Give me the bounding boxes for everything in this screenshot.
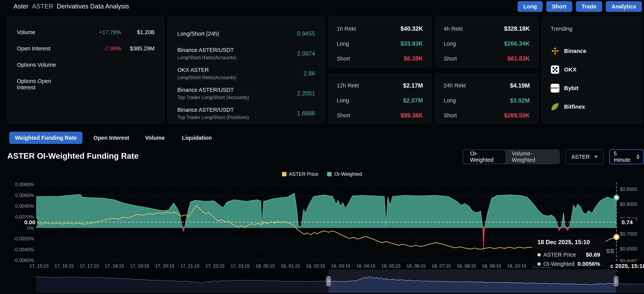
trending-title: Trending [551, 26, 633, 32]
toggle-volume-weighted[interactable]: Volume-Weighted [505, 150, 559, 163]
trending-item-bitfinex[interactable]: Bitfinex [551, 97, 633, 116]
trending-item-okx[interactable]: OKX [551, 60, 633, 79]
navigator-svg [36, 269, 644, 293]
stat-label: Volume [17, 29, 68, 36]
y-axis-label-left: -0.0020% [0, 236, 34, 241]
crosshair-left-badge: 0.00 [22, 218, 37, 226]
tooltip-timestamp: 18 Dec 2025, 15:10 [538, 239, 600, 246]
ratio-subtitle: Top Trader Long/Short (Positions) [177, 115, 297, 120]
long-button[interactable]: Long [518, 1, 542, 12]
ratio-title: OKX ASTER [177, 67, 304, 73]
ratio-value: 0.9455 [297, 30, 315, 37]
rekt-long-label: Long [337, 41, 400, 47]
page-title-coin: Aster [14, 3, 28, 10]
y-axis-label-left: 0.0040% [0, 203, 34, 209]
rekt-total: $40.32K [400, 25, 423, 32]
chart-legend: ASTER Price OI-Weighted [0, 171, 644, 177]
legend-label: ASTER Price [289, 171, 318, 177]
tab-weighted-funding-rate[interactable]: Weighted Funding Rate [9, 132, 82, 144]
y-axis-label-right: $0.6500 [620, 246, 644, 252]
tooltip-label: OI-Weighted [543, 261, 578, 267]
updown-chevrons-icon [636, 155, 640, 159]
tab-liquidation[interactable]: Liquidation [182, 135, 212, 141]
rekt-long-label: Long [444, 97, 510, 104]
rekt-card-12h: 12h Rekt$2.17M Long$2.07M Short$99.36K [328, 73, 432, 124]
trending-item-binance[interactable]: Binance [551, 42, 633, 60]
short-button[interactable]: Short [546, 1, 572, 12]
toggle-oi-weighted[interactable]: OI-Weighted [464, 150, 505, 163]
rekt-label: 24h Rekt [444, 82, 510, 89]
stat-label: Options Volume [17, 62, 68, 68]
tooltip-value: $0.69 [586, 251, 600, 258]
ratio-subtitle: Long/Short Ratio(Accounts) [177, 55, 297, 60]
interval-select-value: 5 minute [614, 151, 634, 163]
page-title-rest: Derivatives Data Analysis [57, 3, 129, 10]
rekt-long-label: Long [444, 41, 504, 47]
summary-cards-row: Volume +17.78% $1.20B Open Interest -7.9… [7, 17, 642, 124]
chart-tooltip: 18 Dec 2025, 15:10 ASTER Price $0.69 OI-… [532, 234, 606, 267]
trade-button[interactable]: Trade [576, 1, 602, 12]
watermark-text: SS [606, 248, 614, 255]
page-title: Aster ASTER Derivatives Data Analysis [14, 3, 129, 10]
stat-row-options-open-interest: Options Open Interest [17, 78, 154, 91]
interval-select[interactable]: 5 minute [609, 149, 644, 164]
stat-change: +17.78% [68, 29, 121, 36]
header-actions: Long Short Trade Analytics [518, 1, 642, 12]
trending-item-bybit[interactable]: BYBIT Bybit [551, 79, 633, 97]
tab-open-interest[interactable]: Open Interest [93, 135, 129, 141]
navigator-left-handle[interactable] [326, 276, 331, 286]
exchange-name: Bitfinex [564, 103, 585, 110]
ratio-subtitle: Top Trader Long/Short (Accounts) [177, 95, 297, 100]
analytics-button[interactable]: Analytics [606, 1, 642, 12]
y-axis-label-left: -0.0040% [0, 247, 34, 252]
exchange-name: OKX [564, 66, 576, 73]
y-axis-label-left: 0.0080% [0, 182, 34, 187]
navigator-right-handle[interactable] [614, 276, 618, 286]
stat-row-options-volume: Options Volume [17, 62, 154, 68]
tab-volume[interactable]: Volume [145, 135, 165, 141]
ratio-title: Binance ASTER/USDT [177, 107, 297, 113]
rekt-card-1h: 1h Rekt$40.32K Long$33.93K Short$6.39K [328, 17, 432, 67]
rekt-long-label: Long [337, 97, 403, 104]
chart-tabs: Weighted Funding Rate Open Interest Volu… [9, 132, 212, 144]
rekt-short-value: $269.50K [504, 112, 530, 119]
legend-swatch [327, 172, 332, 176]
rekt-card-24h: 24h Rekt$4.19M Long$3.92M Short$269.50K [435, 73, 538, 124]
rekt-long-value: $266.34K [504, 40, 530, 47]
rekt-short-label: Short [337, 112, 400, 119]
long-short-ratios-card: Long/Short (24h) 0.9455 Binance ASTER/US… [168, 17, 325, 124]
okx-icon [551, 65, 560, 74]
rekt-long-value: $33.93K [400, 40, 423, 47]
ratio-subtitle: Long/Short Ratio(Accounts) [177, 75, 304, 80]
pair-dropdown[interactable]: ASTER [566, 149, 604, 164]
derivatives-dashboard: Aster ASTER Derivatives Data Analysis Lo… [0, 0, 644, 294]
chart-range-navigator[interactable] [36, 269, 644, 293]
legend-label: OI-Weighted [334, 171, 362, 177]
rekt-label: 4h Rekt [444, 26, 504, 32]
price-dot-icon [538, 253, 541, 256]
ratio-value: 2.2051 [297, 90, 315, 97]
ratio-title: Binance ASTER/USDT [177, 47, 297, 53]
rekt-long-value: $3.92M [510, 97, 530, 104]
trending-card: Trending Binance [542, 17, 642, 124]
exchange-name: Binance [564, 48, 586, 54]
legend-item-aster-price[interactable]: ASTER Price [282, 171, 318, 177]
y-axis-label-right: $0.8500 [620, 187, 644, 192]
oi-dot-icon [538, 262, 541, 266]
rekt-total: $2.17M [403, 82, 423, 89]
exchange-name: Bybit [564, 85, 578, 91]
rekt-total: $328.18K [504, 25, 530, 32]
stat-label: Open Interest [17, 45, 68, 52]
stat-row-volume: Volume +17.78% $1.20B [17, 29, 154, 36]
market-stats-card: Volume +17.78% $1.20B Open Interest -7.9… [7, 17, 164, 124]
rekt-total: $4.19M [510, 82, 530, 89]
rekt-card-4h: 4h Rekt$328.18K Long$266.34K Short$61.83… [435, 17, 538, 67]
chart-title: ASTER OI-Weighted Funding Rate [7, 152, 139, 161]
rekt-label: 12h Rekt [337, 82, 403, 89]
legend-swatch [282, 172, 286, 176]
ratio-row: Binance ASTER/USDT Long/Short Ratio(Acco… [177, 47, 315, 61]
ratio-row: Binance ASTER/USDT Top Trader Long/Short… [177, 107, 315, 120]
y-axis-label-left: -0.0060% [0, 258, 34, 263]
ratio-row: OKX ASTER Long/Short Ratio(Accounts) 2.8… [177, 67, 315, 80]
legend-item-oi-weighted[interactable]: OI-Weighted [327, 171, 362, 177]
